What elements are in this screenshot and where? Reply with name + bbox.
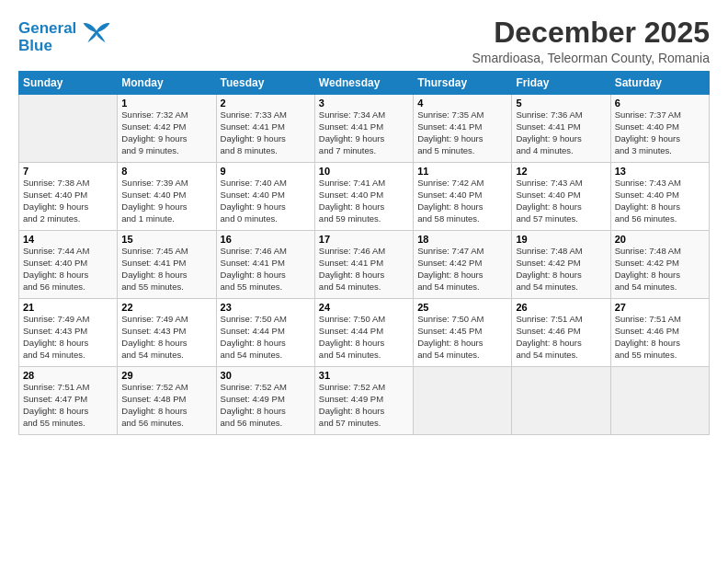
week-row-2: 7Sunrise: 7:38 AM Sunset: 4:40 PM Daylig… bbox=[19, 163, 710, 231]
calendar-cell: 18Sunrise: 7:47 AM Sunset: 4:42 PM Dayli… bbox=[414, 231, 512, 299]
day-number: 24 bbox=[319, 302, 409, 313]
day-number: 23 bbox=[221, 302, 311, 313]
day-number: 25 bbox=[417, 302, 507, 313]
weekday-header-sunday: Sunday bbox=[19, 72, 118, 95]
weekday-header-wednesday: Wednesday bbox=[314, 72, 413, 95]
weekday-header-thursday: Thursday bbox=[414, 72, 512, 95]
calendar-cell: 14Sunrise: 7:44 AM Sunset: 4:40 PM Dayli… bbox=[19, 231, 118, 299]
title-block: December 2025 Smardioasa, Teleorman Coun… bbox=[472, 17, 710, 65]
calendar-cell: 25Sunrise: 7:50 AM Sunset: 4:45 PM Dayli… bbox=[414, 299, 512, 367]
day-number: 13 bbox=[615, 166, 705, 177]
calendar-cell: 24Sunrise: 7:50 AM Sunset: 4:44 PM Dayli… bbox=[314, 299, 413, 367]
day-number: 20 bbox=[615, 234, 705, 245]
day-info: Sunrise: 7:51 AM Sunset: 4:46 PM Dayligh… bbox=[516, 314, 606, 361]
day-number: 19 bbox=[516, 234, 606, 245]
day-number: 22 bbox=[121, 302, 211, 313]
calendar-cell: 8Sunrise: 7:39 AM Sunset: 4:40 PM Daylig… bbox=[118, 163, 216, 231]
day-info: Sunrise: 7:43 AM Sunset: 4:40 PM Dayligh… bbox=[516, 178, 606, 224]
calendar-cell: 30Sunrise: 7:52 AM Sunset: 4:49 PM Dayli… bbox=[216, 367, 314, 435]
day-info: Sunrise: 7:47 AM Sunset: 4:42 PM Dayligh… bbox=[417, 246, 507, 293]
calendar-cell: 5Sunrise: 7:36 AM Sunset: 4:41 PM Daylig… bbox=[512, 95, 610, 163]
calendar-cell bbox=[512, 367, 610, 435]
calendar-cell: 19Sunrise: 7:48 AM Sunset: 4:42 PM Dayli… bbox=[512, 231, 610, 299]
day-info: Sunrise: 7:51 AM Sunset: 4:47 PM Dayligh… bbox=[23, 382, 113, 429]
day-info: Sunrise: 7:52 AM Sunset: 4:48 PM Dayligh… bbox=[121, 382, 211, 429]
day-number: 11 bbox=[417, 166, 507, 177]
weekday-header-monday: Monday bbox=[118, 72, 216, 95]
day-number: 2 bbox=[221, 98, 311, 109]
calendar-cell: 22Sunrise: 7:49 AM Sunset: 4:43 PM Dayli… bbox=[118, 299, 216, 367]
day-info: Sunrise: 7:32 AM Sunset: 4:42 PM Dayligh… bbox=[121, 109, 211, 156]
calendar-cell: 9Sunrise: 7:40 AM Sunset: 4:40 PM Daylig… bbox=[216, 163, 314, 231]
day-info: Sunrise: 7:48 AM Sunset: 4:42 PM Dayligh… bbox=[516, 246, 606, 293]
day-number: 5 bbox=[516, 98, 606, 109]
day-number: 6 bbox=[615, 98, 705, 109]
calendar-table: SundayMondayTuesdayWednesdayThursdayFrid… bbox=[18, 71, 710, 435]
day-info: Sunrise: 7:35 AM Sunset: 4:41 PM Dayligh… bbox=[417, 109, 507, 156]
day-number: 17 bbox=[319, 234, 409, 245]
week-row-1: 1Sunrise: 7:32 AM Sunset: 4:42 PM Daylig… bbox=[19, 95, 710, 163]
day-info: Sunrise: 7:39 AM Sunset: 4:40 PM Dayligh… bbox=[121, 178, 211, 224]
day-info: Sunrise: 7:42 AM Sunset: 4:40 PM Dayligh… bbox=[417, 178, 507, 224]
day-number: 3 bbox=[319, 98, 409, 109]
day-number: 14 bbox=[23, 234, 113, 245]
day-number: 29 bbox=[121, 370, 211, 381]
day-number: 15 bbox=[121, 234, 211, 245]
weekday-header-friday: Friday bbox=[512, 72, 610, 95]
calendar-cell: 23Sunrise: 7:50 AM Sunset: 4:44 PM Dayli… bbox=[216, 299, 314, 367]
calendar-cell bbox=[19, 95, 118, 163]
day-info: Sunrise: 7:37 AM Sunset: 4:40 PM Dayligh… bbox=[615, 109, 705, 156]
calendar-cell: 27Sunrise: 7:51 AM Sunset: 4:46 PM Dayli… bbox=[610, 299, 709, 367]
day-number: 31 bbox=[319, 370, 409, 381]
logo-line1: General bbox=[18, 20, 76, 38]
logo-line2: Blue bbox=[18, 38, 76, 55]
week-row-4: 21Sunrise: 7:49 AM Sunset: 4:43 PM Dayli… bbox=[19, 299, 710, 367]
day-info: Sunrise: 7:50 AM Sunset: 4:44 PM Dayligh… bbox=[319, 314, 409, 361]
day-info: Sunrise: 7:50 AM Sunset: 4:44 PM Dayligh… bbox=[221, 314, 311, 361]
day-number: 7 bbox=[23, 166, 113, 177]
day-info: Sunrise: 7:49 AM Sunset: 4:43 PM Dayligh… bbox=[23, 314, 113, 361]
day-number: 16 bbox=[221, 234, 311, 245]
calendar-cell: 15Sunrise: 7:45 AM Sunset: 4:41 PM Dayli… bbox=[118, 231, 216, 299]
calendar-cell: 7Sunrise: 7:38 AM Sunset: 4:40 PM Daylig… bbox=[19, 163, 118, 231]
day-info: Sunrise: 7:36 AM Sunset: 4:41 PM Dayligh… bbox=[516, 109, 606, 156]
day-info: Sunrise: 7:33 AM Sunset: 4:41 PM Dayligh… bbox=[221, 109, 311, 156]
calendar-cell: 28Sunrise: 7:51 AM Sunset: 4:47 PM Dayli… bbox=[19, 367, 118, 435]
day-info: Sunrise: 7:46 AM Sunset: 4:41 PM Dayligh… bbox=[221, 246, 311, 293]
calendar-cell: 17Sunrise: 7:46 AM Sunset: 4:41 PM Dayli… bbox=[314, 231, 413, 299]
calendar-cell bbox=[414, 367, 512, 435]
day-number: 12 bbox=[516, 166, 606, 177]
day-number: 26 bbox=[516, 302, 606, 313]
day-info: Sunrise: 7:52 AM Sunset: 4:49 PM Dayligh… bbox=[319, 382, 409, 429]
day-info: Sunrise: 7:44 AM Sunset: 4:40 PM Dayligh… bbox=[23, 246, 113, 293]
page-container: General Blue December 2025 Smardioasa, T… bbox=[0, 0, 728, 444]
day-info: Sunrise: 7:52 AM Sunset: 4:49 PM Dayligh… bbox=[221, 382, 311, 429]
day-info: Sunrise: 7:51 AM Sunset: 4:46 PM Dayligh… bbox=[615, 314, 705, 361]
calendar-cell: 16Sunrise: 7:46 AM Sunset: 4:41 PM Dayli… bbox=[216, 231, 314, 299]
day-number: 27 bbox=[615, 302, 705, 313]
weekday-header-row: SundayMondayTuesdayWednesdayThursdayFrid… bbox=[19, 72, 710, 95]
calendar-cell: 26Sunrise: 7:51 AM Sunset: 4:46 PM Dayli… bbox=[512, 299, 610, 367]
day-number: 18 bbox=[417, 234, 507, 245]
calendar-cell: 4Sunrise: 7:35 AM Sunset: 4:41 PM Daylig… bbox=[414, 95, 512, 163]
weekday-header-tuesday: Tuesday bbox=[216, 72, 314, 95]
day-info: Sunrise: 7:45 AM Sunset: 4:41 PM Dayligh… bbox=[121, 246, 211, 293]
day-info: Sunrise: 7:43 AM Sunset: 4:40 PM Dayligh… bbox=[615, 178, 705, 224]
day-number: 9 bbox=[221, 166, 311, 177]
logo: General Blue bbox=[18, 17, 111, 54]
week-row-3: 14Sunrise: 7:44 AM Sunset: 4:40 PM Dayli… bbox=[19, 231, 710, 299]
calendar-cell: 2Sunrise: 7:33 AM Sunset: 4:41 PM Daylig… bbox=[216, 95, 314, 163]
logo-bird-icon bbox=[82, 19, 111, 52]
calendar-cell: 10Sunrise: 7:41 AM Sunset: 4:40 PM Dayli… bbox=[314, 163, 413, 231]
calendar-cell: 11Sunrise: 7:42 AM Sunset: 4:40 PM Dayli… bbox=[414, 163, 512, 231]
day-info: Sunrise: 7:41 AM Sunset: 4:40 PM Dayligh… bbox=[319, 178, 409, 224]
calendar-cell: 12Sunrise: 7:43 AM Sunset: 4:40 PM Dayli… bbox=[512, 163, 610, 231]
location-subtitle: Smardioasa, Teleorman County, Romania bbox=[472, 51, 710, 65]
day-info: Sunrise: 7:34 AM Sunset: 4:41 PM Dayligh… bbox=[319, 109, 409, 156]
weekday-header-saturday: Saturday bbox=[610, 72, 709, 95]
calendar-cell: 6Sunrise: 7:37 AM Sunset: 4:40 PM Daylig… bbox=[610, 95, 709, 163]
header: General Blue December 2025 Smardioasa, T… bbox=[18, 17, 710, 65]
day-number: 10 bbox=[319, 166, 409, 177]
calendar-cell: 29Sunrise: 7:52 AM Sunset: 4:48 PM Dayli… bbox=[118, 367, 216, 435]
calendar-cell: 20Sunrise: 7:48 AM Sunset: 4:42 PM Dayli… bbox=[610, 231, 709, 299]
